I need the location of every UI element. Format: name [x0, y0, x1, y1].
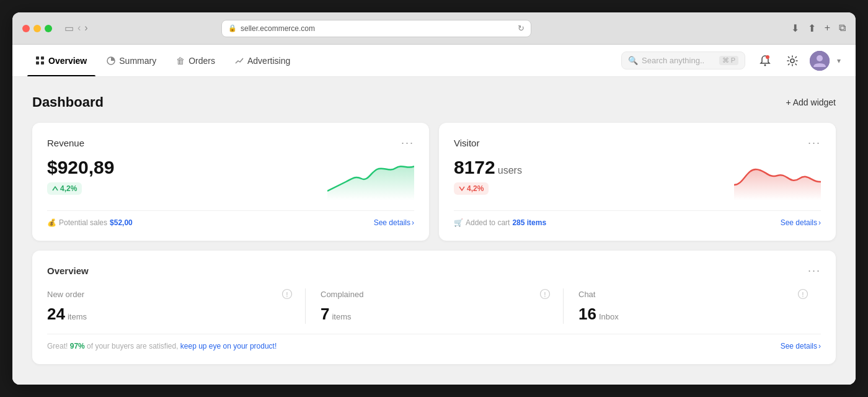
complained-header: Complained ! [321, 288, 551, 300]
nav-item-overview[interactable]: Overview [27, 45, 95, 76]
add-widget-button[interactable]: + Add widget [786, 97, 836, 107]
forward-button[interactable]: › [84, 22, 87, 34]
potential-sales-label: Potential sales [59, 218, 107, 227]
browser-nav: ▭ ‹ › [64, 22, 88, 34]
overview-see-details[interactable]: See details › [781, 342, 821, 350]
money-bag-icon: 💰 [47, 218, 56, 227]
chat-value: 16Inbox [578, 305, 808, 324]
chat-header: Chat ! [578, 288, 808, 300]
overview-card: Overview ··· New order ! [32, 251, 836, 364]
visitor-see-details[interactable]: See details › [781, 218, 821, 227]
visitor-card-left: 8172users 4,2% [454, 157, 522, 195]
back-button[interactable]: ‹ [78, 22, 81, 34]
revenue-see-details[interactable]: See details › [374, 218, 414, 227]
visitor-card-menu[interactable]: ··· [808, 136, 821, 149]
dashboard-header: Dashboard + Add widget [32, 94, 836, 110]
svg-text:!: ! [802, 292, 804, 298]
overview-grid: New order ! 24items [47, 288, 821, 324]
nav-item-advertising[interactable]: Advertising [226, 45, 299, 76]
cards-row: Revenue ··· $920,89 4,2% [32, 123, 836, 241]
notification-button[interactable] [755, 51, 775, 71]
reload-icon[interactable]: ↻ [518, 24, 525, 33]
overview-new-order: New order ! 24items [47, 288, 305, 324]
traffic-lights [22, 25, 52, 32]
cart-icon: 🛒 [454, 218, 463, 227]
svg-point-1 [764, 64, 766, 66]
nav-right-icons: ▾ [755, 51, 841, 71]
revenue-badge: 4,2% [47, 182, 82, 195]
overview-card-title: Overview [47, 265, 89, 276]
grid-icon [36, 56, 45, 65]
visitor-card: Visitor ··· 8172users 4,2% [439, 123, 836, 241]
visitor-badge: 4,2% [454, 182, 489, 195]
revenue-footer-left: 💰 Potential sales $52,00 [47, 218, 133, 227]
settings-button[interactable] [782, 51, 802, 71]
avatar[interactable] [810, 51, 830, 71]
minimize-button[interactable] [33, 25, 41, 32]
chat-label: Chat [578, 290, 595, 299]
nav-label-advertising: Advertising [247, 56, 290, 66]
add-widget-label: + Add widget [786, 97, 836, 107]
tabs-icon[interactable]: ⧉ [839, 22, 846, 34]
revenue-card: Revenue ··· $920,89 4,2% [32, 123, 429, 241]
nav-item-summary[interactable]: Summary [98, 45, 165, 76]
overview-footer-text: Great! 97% of your buyers are satisfied,… [47, 342, 277, 350]
chat-info-icon: ! [797, 288, 808, 300]
svg-point-5 [817, 55, 823, 61]
overview-card-header: Overview ··· [47, 264, 821, 277]
footer-link[interactable]: keep up eye on your product! [180, 342, 277, 350]
new-tab-icon[interactable]: + [825, 22, 830, 34]
new-order-header: New order ! [47, 288, 293, 300]
svg-text:!: ! [286, 292, 288, 298]
overview-footer: Great! 97% of your buyers are satisfied,… [47, 334, 821, 350]
new-order-label: New order [47, 290, 84, 299]
complained-value: 7items [321, 305, 551, 324]
search-icon: 🔍 [628, 56, 638, 65]
added-to-cart-label: Added to cart [466, 218, 510, 227]
address-bar[interactable]: 🔒 seller.ecommerce.com ↻ [221, 20, 531, 37]
nav-item-orders[interactable]: 🗑 Orders [167, 45, 224, 76]
chevron-right-icon: › [818, 218, 821, 227]
browser-titlebar: ▭ ‹ › 🔒 seller.ecommerce.com ↻ ⬇ ⬆ + ⧉ [12, 12, 856, 45]
footer-prefix: Great! [47, 342, 68, 350]
search-placeholder: Search anything.. [642, 56, 704, 65]
browser-actions: ⬇ ⬆ + ⧉ [791, 22, 846, 34]
visitor-chart [734, 157, 821, 200]
footer-pct: 97% [70, 342, 85, 350]
search-shortcut: ⌘ P [719, 56, 738, 65]
revenue-value: $920,89 [47, 157, 114, 177]
visitor-card-footer: 🛒 Added to cart 285 items See details › [454, 210, 821, 227]
url-text: seller.ecommerce.com [241, 24, 315, 33]
share-icon[interactable]: ⬆ [808, 22, 816, 34]
overview-complained: Complained ! 7items [305, 288, 563, 324]
revenue-card-header: Revenue ··· [47, 136, 414, 149]
added-to-cart-value: 285 items [512, 218, 546, 227]
visitor-card-body: 8172users 4,2% [454, 157, 821, 200]
overview-chat: Chat ! 16Inbox [563, 288, 821, 324]
nav-label-orders: Orders [188, 56, 215, 66]
top-nav: Overview Summary 🗑 Orders [12, 45, 856, 77]
revenue-card-left: $920,89 4,2% [47, 157, 114, 195]
user-dropdown-icon[interactable]: ▾ [837, 56, 841, 65]
visitor-value: 8172users [454, 157, 522, 177]
sidebar-toggle-icon[interactable]: ▭ [64, 22, 74, 34]
complained-label: Complained [321, 290, 363, 299]
chevron-right-icon: › [818, 342, 821, 350]
nav-label-overview: Overview [48, 56, 87, 66]
nav-label-summary: Summary [119, 56, 156, 66]
visitor-card-title: Visitor [454, 138, 479, 148]
app-content: Overview Summary 🗑 Orders [12, 45, 856, 385]
close-button[interactable] [22, 25, 30, 32]
download-icon[interactable]: ⬇ [791, 22, 799, 34]
revenue-card-menu[interactable]: ··· [401, 136, 414, 149]
maximize-button[interactable] [45, 25, 52, 32]
chevron-right-icon: › [412, 218, 414, 227]
svg-text:!: ! [544, 292, 546, 298]
dashboard-title: Dashboard [32, 94, 104, 110]
revenue-card-footer: 💰 Potential sales $52,00 See details › [47, 210, 414, 227]
overview-card-menu[interactable]: ··· [808, 264, 821, 277]
pie-icon [107, 56, 115, 65]
complained-info-icon: ! [539, 288, 551, 300]
search-bar[interactable]: 🔍 Search anything.. ⌘ P [621, 51, 745, 69]
footer-mid: of your buyers are satisfied, [87, 342, 178, 350]
